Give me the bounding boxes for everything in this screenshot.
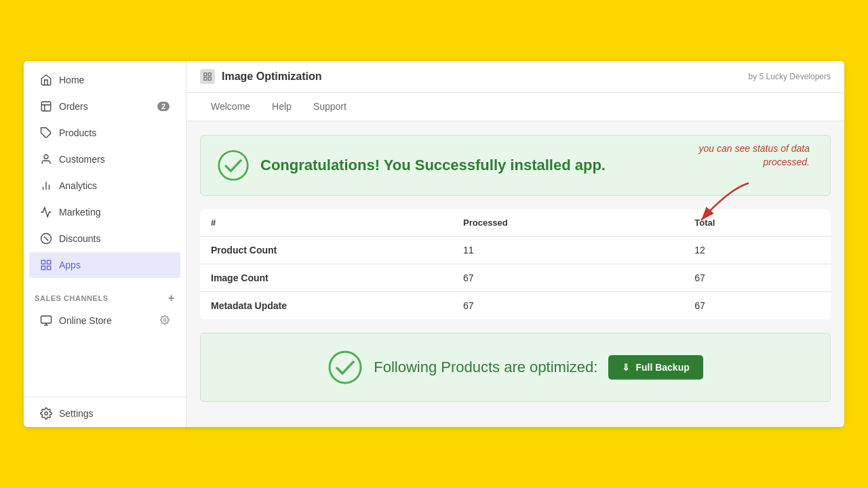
sales-channels-title: SALES CHANNELS <box>35 294 108 302</box>
sidebar-label-orders: Orders <box>59 101 88 112</box>
svg-rect-0 <box>41 102 51 111</box>
cell-row-processed: 67 <box>452 264 684 292</box>
analytics-icon <box>40 180 52 192</box>
orders-badge: 2 <box>157 102 170 111</box>
sidebar-item-products[interactable]: Products <box>29 120 180 146</box>
online-store-icon <box>40 314 52 327</box>
svg-rect-16 <box>41 316 52 323</box>
app-header-left: Image Optimization <box>200 69 322 84</box>
success-checkmark-icon <box>217 149 250 182</box>
nav-tabs: Welcome Help Support <box>186 93 844 121</box>
table-row: Metadata Update 67 67 <box>200 292 831 320</box>
svg-rect-14 <box>41 266 45 270</box>
success-message: Congratulations! You Successfully instal… <box>260 157 606 174</box>
tab-support[interactable]: Support <box>302 93 357 121</box>
bottom-checkmark-icon <box>328 350 363 385</box>
main-content: Image Optimization by 5 Lucky Developers… <box>186 61 844 427</box>
cell-row-name: Image Count <box>200 264 452 292</box>
svg-point-4 <box>44 155 48 159</box>
svg-point-11 <box>47 240 49 241</box>
products-icon <box>40 127 52 139</box>
svg-point-10 <box>44 237 45 238</box>
apps-icon <box>40 259 52 271</box>
sidebar-item-marketing[interactable]: Marketing <box>29 199 180 225</box>
sidebar-item-online-store[interactable]: Online Store <box>29 308 180 333</box>
svg-rect-12 <box>41 260 45 264</box>
sales-channels-section: SALES CHANNELS + <box>24 284 186 307</box>
discounts-icon <box>40 232 52 245</box>
svg-point-20 <box>45 412 48 415</box>
svg-rect-23 <box>204 77 207 80</box>
app-window: Home Orders 2 Products <box>24 61 844 427</box>
cell-row-total: 12 <box>684 237 831 264</box>
sidebar-item-apps[interactable]: Apps <box>29 252 180 278</box>
backup-button-label: Full Backup <box>635 362 689 373</box>
sidebar-label-apps: Apps <box>59 260 81 270</box>
svg-rect-21 <box>204 73 207 76</box>
add-sales-channel-button[interactable]: + <box>168 292 175 304</box>
marketing-icon <box>40 206 52 218</box>
app-developer: by 5 Lucky Developers <box>749 72 831 81</box>
cell-row-total: 67 <box>684 292 831 320</box>
svg-point-27 <box>330 352 361 383</box>
sidebar-item-home[interactable]: Home <box>29 67 180 93</box>
sidebar-label-home: Home <box>59 75 84 85</box>
sidebar-item-discounts[interactable]: Discounts <box>29 226 180 251</box>
svg-rect-13 <box>47 260 51 264</box>
table-row: Image Count 67 67 <box>200 264 831 292</box>
content-area: Congratulations! You Successfully instal… <box>186 121 844 427</box>
app-title: Image Optimization <box>222 70 322 83</box>
sidebar-bottom: Settings <box>24 396 186 427</box>
sidebar: Home Orders 2 Products <box>24 61 186 427</box>
cell-row-name: Metadata Update <box>200 292 452 320</box>
sidebar-label-products: Products <box>59 127 96 138</box>
orders-icon <box>40 100 52 113</box>
cell-row-total: 67 <box>684 264 831 292</box>
col-header-processed: Processed <box>452 209 684 237</box>
svg-point-19 <box>163 319 166 321</box>
annotation-text: you can see status of data processed. <box>699 142 810 169</box>
customers-icon <box>40 153 52 165</box>
sidebar-item-orders[interactable]: Orders 2 <box>29 94 180 119</box>
download-icon: ⇓ <box>622 362 630 373</box>
svg-rect-15 <box>47 266 51 270</box>
success-banner: Congratulations! You Successfully instal… <box>200 135 831 196</box>
col-header-name: # <box>200 209 452 237</box>
app-header-icon <box>200 69 215 84</box>
cell-row-processed: 67 <box>452 292 684 320</box>
home-icon <box>40 74 52 86</box>
sidebar-label-marketing: Marketing <box>59 207 100 218</box>
cell-row-processed: 11 <box>452 237 684 264</box>
sidebar-label-customers: Customers <box>59 154 105 165</box>
sidebar-label-settings: Settings <box>59 408 94 419</box>
online-store-settings-icon[interactable] <box>160 315 170 327</box>
svg-point-25 <box>219 151 248 180</box>
full-backup-button[interactable]: ⇓ Full Backup <box>608 355 703 380</box>
app-header: Image Optimization by 5 Lucky Developers <box>186 61 844 93</box>
bottom-banner: Following Products are optimized: ⇓ Full… <box>200 333 831 402</box>
sidebar-item-analytics[interactable]: Analytics <box>29 173 180 199</box>
svg-rect-22 <box>208 73 211 76</box>
sidebar-item-customers[interactable]: Customers <box>29 146 180 172</box>
settings-icon <box>40 407 52 420</box>
sidebar-label-discounts: Discounts <box>59 233 100 244</box>
annotation-arrow <box>674 176 762 230</box>
svg-rect-24 <box>208 77 211 80</box>
sidebar-label-analytics: Analytics <box>59 180 97 191</box>
tab-welcome[interactable]: Welcome <box>200 93 261 121</box>
table-row: Product Count 11 12 <box>200 237 831 264</box>
sidebar-item-settings[interactable]: Settings <box>29 401 180 426</box>
cell-row-name: Product Count <box>200 237 452 264</box>
sidebar-label-online-store: Online Store <box>59 315 112 326</box>
bottom-banner-text: Following Products are optimized: <box>374 359 597 376</box>
tab-help[interactable]: Help <box>261 93 302 121</box>
